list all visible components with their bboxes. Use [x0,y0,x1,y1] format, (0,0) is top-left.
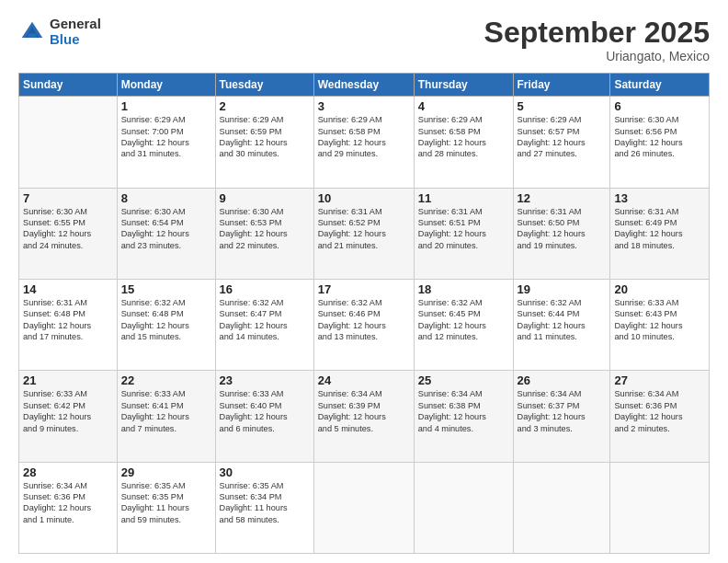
page-header: General Blue September 2025 Uriangato, M… [18,17,710,63]
calendar-cell: 10Sunrise: 6:31 AM Sunset: 6:52 PM Dayli… [313,188,414,279]
title-block: September 2025 Uriangato, Mexico [484,17,710,63]
day-info: Sunrise: 6:34 AM Sunset: 6:36 PM Dayligh… [23,480,113,526]
calendar-cell: 12Sunrise: 6:31 AM Sunset: 6:50 PM Dayli… [513,188,610,279]
calendar-cell: 11Sunrise: 6:31 AM Sunset: 6:51 PM Dayli… [414,188,513,279]
calendar-cell: 4Sunrise: 6:29 AM Sunset: 6:58 PM Daylig… [414,97,513,188]
day-info: Sunrise: 6:31 AM Sunset: 6:49 PM Dayligh… [614,206,705,252]
day-number: 2 [220,99,310,113]
calendar-cell: 13Sunrise: 6:31 AM Sunset: 6:49 PM Dayli… [610,188,710,279]
day-info: Sunrise: 6:32 AM Sunset: 6:45 PM Dayligh… [418,297,509,343]
calendar-cell: 16Sunrise: 6:32 AM Sunset: 6:47 PM Dayli… [215,279,313,370]
day-number: 9 [220,191,310,205]
calendar-cell: 28Sunrise: 6:34 AM Sunset: 6:36 PM Dayli… [19,462,118,553]
day-info: Sunrise: 6:29 AM Sunset: 6:57 PM Dayligh… [518,114,607,160]
calendar-cell: 5Sunrise: 6:29 AM Sunset: 6:57 PM Daylig… [513,97,610,188]
day-info: Sunrise: 6:32 AM Sunset: 6:48 PM Dayligh… [121,297,211,343]
day-number: 26 [518,373,607,387]
day-number: 20 [614,282,705,296]
day-number: 5 [518,99,607,113]
day-number: 10 [318,191,410,205]
calendar-cell: 20Sunrise: 6:33 AM Sunset: 6:43 PM Dayli… [610,279,710,370]
day-info: Sunrise: 6:33 AM Sunset: 6:43 PM Dayligh… [614,297,705,343]
calendar-week-row: 7Sunrise: 6:30 AM Sunset: 6:55 PM Daylig… [19,188,710,279]
calendar-cell: 21Sunrise: 6:33 AM Sunset: 6:42 PM Dayli… [19,371,118,462]
logo-general: General [50,17,101,32]
day-number: 8 [121,191,211,205]
day-number: 15 [121,282,211,296]
day-number: 24 [318,373,410,387]
calendar-cell: 19Sunrise: 6:32 AM Sunset: 6:44 PM Dayli… [513,279,610,370]
day-info: Sunrise: 6:31 AM Sunset: 6:52 PM Dayligh… [318,206,410,252]
calendar-cell: 27Sunrise: 6:34 AM Sunset: 6:36 PM Dayli… [610,371,710,462]
calendar-cell: 3Sunrise: 6:29 AM Sunset: 6:58 PM Daylig… [313,97,414,188]
col-header-monday: Monday [117,74,215,97]
calendar-cell: 7Sunrise: 6:30 AM Sunset: 6:55 PM Daylig… [19,188,118,279]
logo-icon [18,18,46,46]
calendar-cell: 23Sunrise: 6:33 AM Sunset: 6:40 PM Dayli… [215,371,313,462]
day-info: Sunrise: 6:31 AM Sunset: 6:51 PM Dayligh… [418,206,509,252]
calendar-table: SundayMondayTuesdayWednesdayThursdayFrid… [18,73,710,554]
day-info: Sunrise: 6:29 AM Sunset: 6:59 PM Dayligh… [220,114,310,160]
day-number: 16 [220,282,310,296]
day-info: Sunrise: 6:30 AM Sunset: 6:53 PM Dayligh… [220,206,310,252]
day-number: 27 [614,373,705,387]
calendar-week-row: 21Sunrise: 6:33 AM Sunset: 6:42 PM Dayli… [19,371,710,462]
day-info: Sunrise: 6:34 AM Sunset: 6:38 PM Dayligh… [418,388,509,434]
day-number: 29 [121,465,211,479]
calendar-cell [414,462,513,553]
col-header-tuesday: Tuesday [215,74,313,97]
day-info: Sunrise: 6:34 AM Sunset: 6:36 PM Dayligh… [614,388,705,434]
calendar-cell: 24Sunrise: 6:34 AM Sunset: 6:39 PM Dayli… [313,371,414,462]
day-info: Sunrise: 6:35 AM Sunset: 6:35 PM Dayligh… [121,480,211,526]
day-number: 7 [23,191,113,205]
day-info: Sunrise: 6:34 AM Sunset: 6:39 PM Dayligh… [318,388,410,434]
calendar-cell: 8Sunrise: 6:30 AM Sunset: 6:54 PM Daylig… [117,188,215,279]
calendar-page: General Blue September 2025 Uriangato, M… [0,0,728,563]
day-number: 22 [121,373,211,387]
col-header-saturday: Saturday [610,74,710,97]
day-info: Sunrise: 6:29 AM Sunset: 6:58 PM Dayligh… [318,114,410,160]
day-number: 19 [518,282,607,296]
day-info: Sunrise: 6:29 AM Sunset: 6:58 PM Dayligh… [418,114,509,160]
day-info: Sunrise: 6:32 AM Sunset: 6:46 PM Dayligh… [318,297,410,343]
calendar-cell: 9Sunrise: 6:30 AM Sunset: 6:53 PM Daylig… [215,188,313,279]
day-info: Sunrise: 6:34 AM Sunset: 6:37 PM Dayligh… [518,388,607,434]
calendar-cell: 6Sunrise: 6:30 AM Sunset: 6:56 PM Daylig… [610,97,710,188]
calendar-cell: 15Sunrise: 6:32 AM Sunset: 6:48 PM Dayli… [117,279,215,370]
calendar-week-row: 14Sunrise: 6:31 AM Sunset: 6:48 PM Dayli… [19,279,710,370]
day-number: 28 [23,465,113,479]
calendar-cell [610,462,710,553]
day-info: Sunrise: 6:31 AM Sunset: 6:48 PM Dayligh… [23,297,113,343]
logo: General Blue [18,17,101,47]
calendar-cell: 18Sunrise: 6:32 AM Sunset: 6:45 PM Dayli… [414,279,513,370]
logo-text: General Blue [50,17,101,47]
calendar-cell: 25Sunrise: 6:34 AM Sunset: 6:38 PM Dayli… [414,371,513,462]
calendar-cell: 17Sunrise: 6:32 AM Sunset: 6:46 PM Dayli… [313,279,414,370]
calendar-header-row: SundayMondayTuesdayWednesdayThursdayFrid… [19,74,710,97]
day-info: Sunrise: 6:33 AM Sunset: 6:40 PM Dayligh… [220,388,310,434]
calendar-cell: 22Sunrise: 6:33 AM Sunset: 6:41 PM Dayli… [117,371,215,462]
day-number: 17 [318,282,410,296]
day-number: 23 [220,373,310,387]
day-number: 25 [418,373,509,387]
day-number: 13 [614,191,705,205]
day-number: 6 [614,99,705,113]
day-number: 11 [418,191,509,205]
location-subtitle: Uriangato, Mexico [484,49,710,63]
logo-blue: Blue [50,32,101,48]
col-header-sunday: Sunday [19,74,118,97]
day-info: Sunrise: 6:30 AM Sunset: 6:54 PM Dayligh… [121,206,211,252]
calendar-cell: 30Sunrise: 6:35 AM Sunset: 6:34 PM Dayli… [215,462,313,553]
day-number: 1 [121,99,211,113]
day-info: Sunrise: 6:30 AM Sunset: 6:55 PM Dayligh… [23,206,113,252]
day-number: 21 [23,373,113,387]
month-title: September 2025 [484,17,710,49]
calendar-week-row: 1Sunrise: 6:29 AM Sunset: 7:00 PM Daylig… [19,97,710,188]
day-number: 18 [418,282,509,296]
day-info: Sunrise: 6:33 AM Sunset: 6:41 PM Dayligh… [121,388,211,434]
calendar-week-row: 28Sunrise: 6:34 AM Sunset: 6:36 PM Dayli… [19,462,710,553]
col-header-wednesday: Wednesday [313,74,414,97]
day-info: Sunrise: 6:32 AM Sunset: 6:44 PM Dayligh… [518,297,607,343]
calendar-cell: 1Sunrise: 6:29 AM Sunset: 7:00 PM Daylig… [117,97,215,188]
day-number: 4 [418,99,509,113]
